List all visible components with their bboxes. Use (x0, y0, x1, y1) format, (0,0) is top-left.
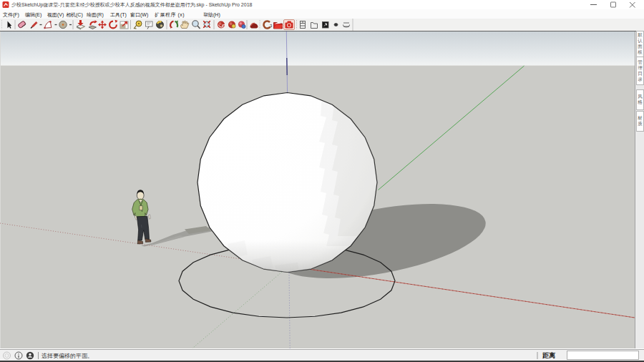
svg-text:3: 3 (270, 24, 273, 28)
